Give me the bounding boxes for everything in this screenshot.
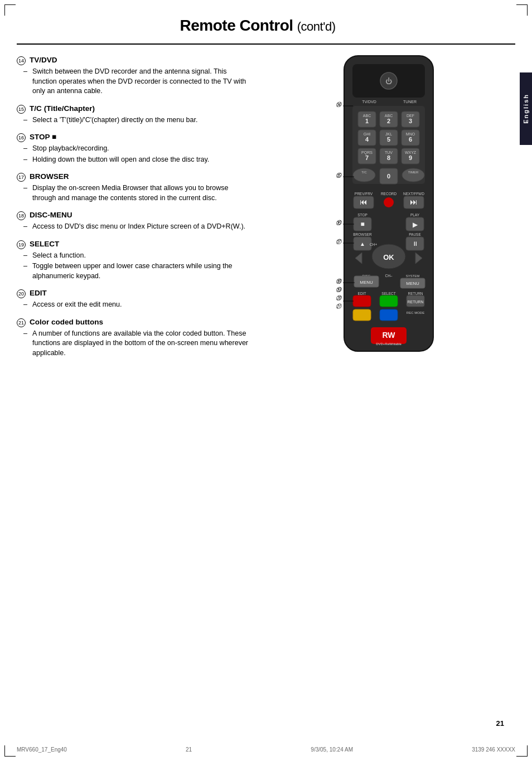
corner-mark-tr [516,4,528,16]
list-item: Select a 'T'(title)/'C'(chapter) directl… [23,115,251,125]
list-item: A number of functions are available via … [23,329,251,358]
svg-text:EDIT: EDIT [358,292,366,295]
svg-text:⑳: ⑳ [336,295,342,301]
svg-text:WXYZ: WXYZ [405,151,417,154]
svg-text:MNO: MNO [406,132,415,136]
section-21: 21 Color coded buttons A number of funct… [17,318,251,358]
section-16: 16 STOP ■ Stop playback/recording. Holdi… [17,133,251,164]
svg-point-47 [384,197,394,207]
list-item: Access or exit the edit menu. [23,300,251,310]
svg-text:⏻: ⏻ [385,77,392,85]
svg-text:DVD+ReWritable: DVD+ReWritable [376,342,402,346]
svg-rect-77 [353,295,371,307]
svg-text:0: 0 [387,173,390,180]
svg-rect-78 [380,295,398,307]
section-17: 17 BROWSER Display the on-screen Media B… [17,172,251,203]
list-item: Switch between the DVD recorder and the … [23,67,251,96]
svg-text:PAUSE: PAUSE [409,232,421,236]
svg-text:⑱: ⑱ [336,278,342,284]
svg-text:PLAY: PLAY [410,213,420,217]
footer-mid: 21 [186,747,192,753]
section-16-title: 16 STOP ■ [17,133,251,142]
section-15-title: 15 T/C (Title/Chapter) [17,104,251,114]
svg-text:BROWSER: BROWSER [353,232,372,236]
svg-text:PREV/FRV: PREV/FRV [355,192,373,196]
svg-text:3: 3 [409,118,412,124]
section-18: 18 DISC-MENU Access to DVD's disc menu o… [17,211,251,232]
svg-text:ABC: ABC [385,114,393,118]
svg-text:SYSTEM: SYSTEM [406,274,420,278]
svg-text:2: 2 [387,118,390,124]
svg-text:8: 8 [387,154,390,161]
svg-text:DEF: DEF [407,114,414,118]
section-19-bullets: Select a function. Toggle between upper … [17,251,251,282]
svg-text:MENU: MENU [360,280,373,285]
svg-text:⏸: ⏸ [412,240,418,247]
section-20: 20 EDIT Access or exit the edit menu. [17,289,251,310]
svg-rect-82 [353,309,371,321]
svg-text:JKL: JKL [385,132,392,136]
svg-text:RECORD: RECORD [381,192,396,196]
footer-left: MRV660_17_Eng40 [17,747,67,753]
corner-mark-bl [4,745,16,757]
remote-diagram: ⏻ TV/DVD TUNER ABC 1 ABC 2 DEF 3 [322,53,456,376]
section-21-bullets: A number of functions are available via … [17,329,251,358]
svg-text:▲: ▲ [360,241,365,247]
section-14-title: 14 TV/DVD [17,56,251,65]
page-header: Remote Control (cont'd) [0,17,532,35]
svg-text:㉑: ㉑ [336,303,342,309]
footer-right: 3139 246 XXXXX [472,747,515,753]
section-17-title: 17 BROWSER [17,172,251,182]
svg-text:MENU: MENU [406,281,419,286]
section-16-bullets: Stop playback/recording. Holding down th… [17,144,251,164]
language-tab: English [520,72,532,145]
section-15-bullets: Select a 'T'(title)/'C'(chapter) directl… [17,115,251,125]
footer-date: 9/3/05, 10:24 AM [311,747,353,753]
list-item: Holding down the button will open and cl… [23,155,251,165]
page-title: Remote Control (cont'd) [0,17,515,35]
svg-text:⑮: ⑮ [336,172,342,178]
section-18-title: 18 DISC-MENU [17,211,251,220]
svg-text:TUV: TUV [385,151,393,154]
svg-text:9: 9 [409,154,412,161]
svg-text:OK: OK [383,253,394,261]
svg-text:GHI: GHI [364,132,371,136]
svg-text:7: 7 [365,154,369,161]
svg-text:⏮: ⏮ [360,197,367,206]
svg-text:6: 6 [409,136,412,143]
svg-rect-83 [380,309,398,321]
svg-text:STOP: STOP [357,213,367,217]
page-footer: MRV660_17_Eng40 21 9/3/05, 10:24 AM 3139… [17,747,515,753]
list-item: Toggle between upper and lower case char… [23,261,251,281]
section-18-bullets: Access to DVD's disc menu or Index Pictu… [17,222,251,232]
section-20-bullets: Access or exit the edit menu. [17,300,251,310]
svg-text:SELECT: SELECT [381,292,395,295]
list-item: Access to DVD's disc menu or Index Pictu… [23,222,251,232]
svg-text:⑰: ⑰ [336,239,342,245]
svg-text:⏭: ⏭ [410,197,418,206]
svg-text:NEXT/FFWD: NEXT/FFWD [403,192,424,196]
section-15: 15 T/C (Title/Chapter) Select a 'T'(titl… [17,104,251,125]
section-21-title: 21 Color coded buttons [17,318,251,327]
section-19: 19 SELECT Select a function. Toggle betw… [17,240,251,282]
list-item: Stop playback/recording. [23,144,251,154]
section-14-bullets: Switch between the DVD recorder and the … [17,67,251,96]
svg-text:▶: ▶ [413,221,418,229]
svg-text:4: 4 [365,136,369,143]
corner-mark-tl [4,4,16,16]
svg-text:CH+: CH+ [370,243,377,246]
svg-text:■: ■ [360,220,364,228]
svg-text:⑭: ⑭ [336,101,342,108]
right-column: ⏻ TV/DVD TUNER ABC 1 ABC 2 DEF 3 [262,50,515,739]
section-20-title: 20 EDIT [17,289,251,298]
list-item: Select a function. [23,251,251,261]
svg-text:ABC: ABC [363,114,371,118]
svg-text:5: 5 [387,136,390,143]
list-item: Display the on-screen Media Browser that… [23,183,251,203]
svg-text:RETURN: RETURN [407,300,423,304]
svg-text:⑲: ⑲ [336,287,342,293]
corner-mark-br [516,745,528,757]
section-14: 14 TV/DVD Switch between the DVD recorde… [17,56,251,96]
svg-text:TV/DVD: TV/DVD [362,100,376,104]
left-column: 14 TV/DVD Switch between the DVD recorde… [17,50,251,739]
